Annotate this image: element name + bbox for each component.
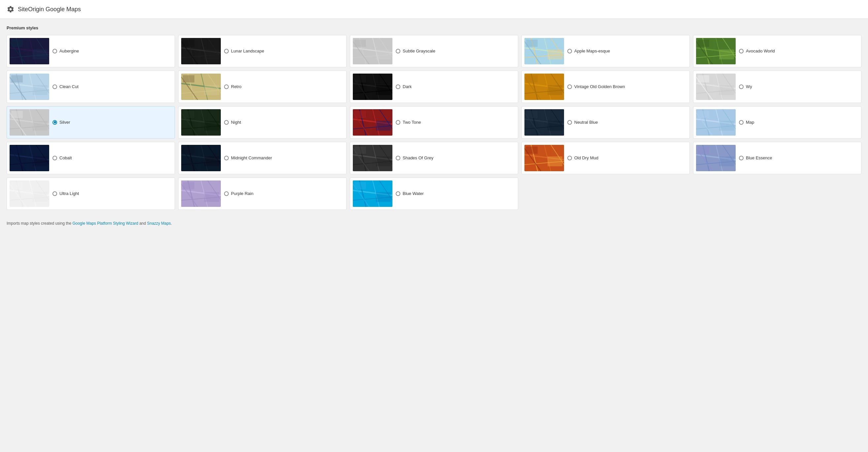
map-style-card-subtle[interactable]: Subtle Grayscale	[350, 35, 518, 67]
map-label-ultralight: Ultra Light	[53, 191, 172, 197]
map-style-card-neutralblue[interactable]: Neutral Blue	[522, 106, 690, 138]
map-thumb-blueessence	[696, 145, 736, 171]
map-style-card-cleancut[interactable]: Clean Cut	[7, 71, 175, 103]
map-style-card-wy[interactable]: Wy	[693, 71, 861, 103]
radio-purplerain[interactable]	[224, 191, 229, 196]
map-thumb-apple	[524, 38, 564, 64]
map-name-shadesgrey: Shades Of Grey	[403, 155, 433, 161]
header: SiteOrigin Google Maps	[0, 0, 868, 19]
map-name-dark: Dark	[403, 84, 411, 90]
radio-shadesgrey[interactable]	[396, 156, 400, 160]
snazzy-maps-link[interactable]: Snazzy Maps	[147, 221, 171, 226]
map-name-vintage: Vintage Old Golden Brown	[574, 84, 625, 90]
section-title: Premium styles	[7, 25, 861, 30]
radio-midnight[interactable]	[224, 156, 229, 160]
map-style-card-blueessence[interactable]: Blue Essence	[693, 142, 861, 174]
map-name-neutralblue: Neutral Blue	[574, 120, 598, 125]
map-thumb-neutralblue	[524, 109, 564, 136]
svg-rect-17	[204, 50, 219, 59]
svg-rect-187	[11, 182, 23, 189]
svg-rect-205	[354, 182, 366, 189]
map-style-card-purplerain[interactable]: Purple Rain	[178, 177, 346, 210]
map-style-card-twotone[interactable]: Two Tone	[350, 106, 518, 138]
map-thumb-olddry	[524, 145, 564, 171]
radio-blueessence[interactable]	[739, 156, 744, 160]
svg-rect-8	[33, 50, 48, 59]
map-name-wy: Wy	[746, 84, 752, 90]
map-name-ultralight: Ultra Light	[59, 191, 79, 197]
gear-icon	[7, 5, 14, 13]
map-name-blueessence: Blue Essence	[746, 155, 772, 161]
svg-rect-161	[376, 156, 391, 166]
map-label-apple: Apple Maps-esque	[567, 49, 687, 54]
map-style-card-map[interactable]: Map	[693, 106, 861, 138]
map-style-card-retro[interactable]: Retro	[178, 71, 346, 103]
map-name-twotone: Two Tone	[403, 120, 421, 125]
svg-rect-26	[376, 50, 391, 59]
radio-dark[interactable]	[396, 85, 400, 89]
svg-rect-71	[376, 85, 391, 95]
map-label-neutralblue: Neutral Blue	[567, 120, 687, 125]
map-style-card-night[interactable]: Night	[178, 106, 346, 138]
svg-rect-116	[376, 121, 391, 131]
map-style-card-aubergine[interactable]: Aubergine	[7, 35, 175, 67]
svg-rect-169	[526, 147, 538, 154]
map-name-lunar: Lunar Landscape	[231, 49, 264, 54]
svg-rect-35	[548, 50, 562, 59]
map-style-card-ultralight[interactable]: Ultra Light	[7, 177, 175, 210]
map-style-card-vintage[interactable]: Vintage Old Golden Brown	[522, 71, 690, 103]
radio-map[interactable]	[739, 120, 744, 125]
svg-rect-16	[183, 40, 194, 47]
radio-night[interactable]	[224, 120, 229, 125]
svg-rect-62	[204, 85, 219, 95]
map-style-card-lunar[interactable]: Lunar Landscape	[178, 35, 346, 67]
radio-cleancut[interactable]	[53, 85, 57, 89]
radio-subtle[interactable]	[396, 49, 400, 54]
radio-neutralblue[interactable]	[567, 120, 572, 125]
map-style-card-cobalt[interactable]: Cobalt	[7, 142, 175, 174]
footer-text-between: and	[138, 221, 147, 226]
radio-aubergine[interactable]	[53, 49, 57, 54]
radio-wy[interactable]	[739, 85, 744, 89]
map-style-card-silver[interactable]: Silver	[7, 106, 175, 138]
radio-bluewater[interactable]	[396, 191, 400, 196]
radio-apple[interactable]	[567, 49, 572, 54]
map-label-cleancut: Clean Cut	[53, 84, 172, 90]
map-thumb-map	[696, 109, 736, 136]
map-style-card-midnight[interactable]: Midnight Commander	[178, 142, 346, 174]
map-thumb-avocado	[696, 38, 736, 64]
radio-silver[interactable]	[53, 120, 57, 125]
svg-rect-89	[719, 85, 734, 95]
map-name-subtle: Subtle Grayscale	[403, 49, 435, 54]
map-style-card-shadesgrey[interactable]: Shades Of Grey	[350, 142, 518, 174]
styles-grid: AubergineLunar LandscapeSubtle Grayscale…	[7, 35, 861, 210]
map-thumb-wy	[696, 73, 736, 100]
svg-rect-196	[183, 182, 194, 189]
svg-rect-188	[33, 192, 48, 202]
radio-avocado[interactable]	[739, 49, 744, 54]
radio-cobalt[interactable]	[53, 156, 57, 160]
styling-wizard-link[interactable]: Google Maps Platform Styling Wizard	[72, 221, 138, 226]
page-title: SiteOrigin Google Maps	[18, 6, 81, 13]
map-style-card-olddry[interactable]: Old Dry Mud	[522, 142, 690, 174]
map-label-lunar: Lunar Landscape	[224, 49, 344, 54]
map-name-map: Map	[746, 120, 754, 125]
map-label-midnight: Midnight Commander	[224, 155, 344, 161]
radio-vintage[interactable]	[567, 85, 572, 89]
map-label-blueessence: Blue Essence	[739, 155, 859, 161]
radio-retro[interactable]	[224, 85, 229, 89]
map-style-card-dark[interactable]: Dark	[350, 71, 518, 103]
radio-lunar[interactable]	[224, 49, 229, 54]
svg-rect-160	[354, 147, 366, 154]
radio-ultralight[interactable]	[53, 191, 57, 196]
svg-rect-178	[698, 147, 709, 154]
map-style-card-bluewater[interactable]: Blue Water	[350, 177, 518, 210]
map-style-card-apple[interactable]: Apple Maps-esque	[522, 35, 690, 67]
radio-olddry[interactable]	[567, 156, 572, 160]
map-thumb-aubergine	[9, 38, 49, 64]
map-thumb-silver	[9, 109, 49, 136]
map-label-shadesgrey: Shades Of Grey	[396, 155, 515, 161]
map-style-card-avocado[interactable]: Avocado World	[693, 35, 861, 67]
svg-rect-134	[719, 121, 734, 131]
radio-twotone[interactable]	[396, 120, 400, 125]
